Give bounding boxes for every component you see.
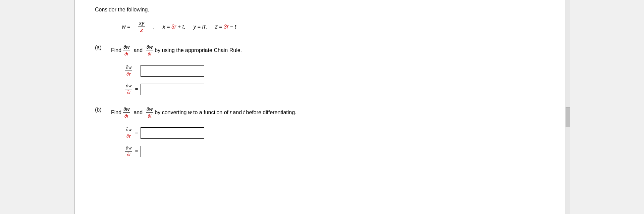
input-row-a1: ∂w ∂r = — [125, 65, 557, 77]
dw-dr-header-b: ∂w ∂r — [123, 106, 130, 119]
dw-dr-label-b: ∂w ∂r — [125, 127, 132, 139]
dw-dt-label-b: ∂w ∂t — [125, 145, 132, 158]
main-content: Consider the following. w = xy z , x = 3… — [74, 0, 570, 214]
answer-input-b-dt[interactable] — [141, 146, 204, 157]
w-numerator: xy — [138, 20, 145, 27]
scrollbar-thumb[interactable] — [566, 107, 570, 127]
answer-input-a-dt[interactable] — [141, 84, 204, 95]
part-a-label: (a) — [95, 43, 108, 51]
y-def: y = rt, — [193, 24, 207, 30]
dw-dr-header-a: ∂w ∂r — [123, 44, 130, 56]
part-b-instruction: Find ∂w ∂r and ∂w ∂t by converting w to … — [111, 105, 297, 119]
w-fraction: xy z — [138, 20, 145, 33]
equals-a2: = — [135, 86, 138, 92]
w-denominator: z — [140, 27, 144, 33]
and-b2: and — [233, 110, 242, 116]
formula-line: w = xy z , x = 3r + t, y = rt, z = 3r − … — [122, 20, 557, 33]
find-b-text: Find — [111, 110, 121, 116]
consider-text: Consider the following. — [95, 7, 557, 13]
w-italic-b: w — [188, 110, 192, 116]
w-equals: w = — [122, 24, 130, 30]
r-italic-b: r — [230, 110, 231, 116]
input-row-a2: ∂w ∂t = — [125, 83, 557, 95]
dw-dt-header-a: ∂w ∂t — [146, 44, 153, 56]
instruction-b-end: before differentiating. — [246, 110, 297, 116]
part-b-label: (b) — [95, 105, 108, 113]
part-a-instruction: Find ∂w ∂r and ∂w ∂t by using the approp… — [111, 43, 242, 56]
part-b-row: (b) Find ∂w ∂r and ∂w ∂t by converting w… — [95, 105, 557, 119]
input-row-b2: ∂w ∂t = — [125, 145, 557, 158]
input-row-b1: ∂w ∂r = — [125, 127, 557, 139]
answer-input-b-dr[interactable] — [141, 127, 204, 139]
part-b-inputs: ∂w ∂r = ∂w ∂t = — [125, 127, 557, 158]
instruction-b-mid: to a function of — [193, 110, 228, 116]
find-a-text: Find — [111, 47, 121, 53]
answer-input-a-dr[interactable] — [141, 65, 204, 77]
dw-dt-header-b: ∂w ∂t — [146, 106, 153, 119]
equals-b2: = — [135, 148, 138, 155]
and-a: and — [133, 47, 143, 53]
equals-b1: = — [135, 130, 138, 136]
x-def: x = 3r + t, — [163, 24, 185, 30]
instruction-a: by using the appropriate Chain Rule. — [155, 47, 242, 53]
comma1: , — [153, 24, 154, 30]
dw-dr-label-a: ∂w ∂r — [125, 65, 132, 77]
scrollbar[interactable] — [566, 0, 570, 214]
t-italic-b: t — [243, 110, 245, 116]
part-a-row: (a) Find ∂w ∂r and ∂w ∂t by using the ap… — [95, 43, 557, 56]
part-a-inputs: ∂w ∂r = ∂w ∂t = — [125, 65, 557, 95]
instruction-b-start: by converting — [155, 110, 186, 116]
z-def: z = 3r − t — [215, 24, 236, 30]
and-b: and — [133, 110, 143, 116]
equals-a1: = — [135, 68, 138, 74]
dw-dt-label-a: ∂w ∂t — [125, 83, 132, 95]
